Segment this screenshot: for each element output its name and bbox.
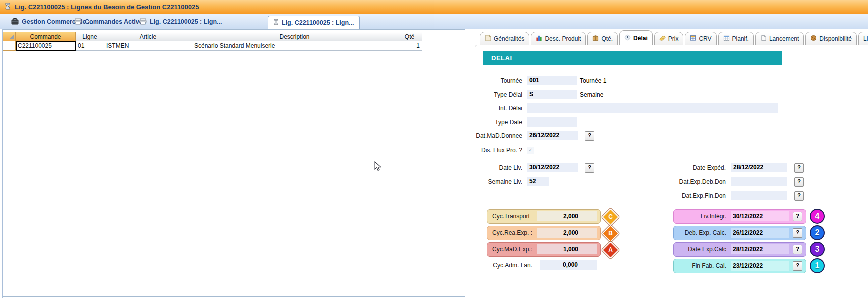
cycle-row-mad-exp: Cyc.MaD.Exp.: 1,000 A — [487, 242, 601, 257]
cycle-label: Cyc.MaD.Exp.: — [492, 243, 532, 256]
deb-exp-calc-value[interactable]: 26/12/2022 — [731, 228, 789, 238]
corner-triangle-icon — [9, 35, 14, 39]
semaine-liv-input[interactable]: 52 — [527, 177, 549, 186]
note-icon — [485, 35, 491, 43]
tab-qte[interactable]: Qté. — [587, 32, 618, 45]
tab-label: Commandes Actives — [85, 18, 146, 25]
tab-planif[interactable]: Planif. — [718, 32, 754, 45]
step-badge-1: 1 — [810, 258, 825, 273]
col-header-commande[interactable]: Commande — [16, 32, 76, 41]
cycle-transport-value[interactable]: 2,000 — [537, 211, 597, 221]
tab-label: Disponibilité — [819, 35, 852, 42]
tab-lig-inactive[interactable]: Lig. C221100025 : Lign... — [139, 14, 222, 29]
cycle-label: Cyc.Rea.Exp. : — [492, 226, 532, 239]
tab-desc-produit[interactable]: Desc. Produit — [531, 32, 586, 45]
type-date-input[interactable] — [527, 117, 577, 127]
box-icon — [592, 35, 599, 43]
date-exp-calc-value[interactable]: 28/12/2022 — [731, 244, 789, 254]
tab-crv[interactable]: CRV — [685, 32, 716, 45]
date-liv-input[interactable]: 30/12/2022 — [527, 163, 578, 172]
dis-flux-pro-checkbox[interactable]: ✓ — [527, 147, 534, 154]
tab-prix[interactable]: Prix — [654, 32, 684, 45]
cyc-adm-lan-input[interactable]: 0,000 — [540, 260, 597, 270]
cell-qte[interactable]: 1 — [397, 41, 422, 51]
help-button[interactable]: ? — [793, 212, 802, 221]
inf-delai-input[interactable] — [527, 103, 778, 113]
col-header-description[interactable]: Description — [192, 32, 397, 41]
tab-label: Généralités — [494, 35, 524, 42]
tab-lig-truncated[interactable]: Lig — [858, 32, 868, 45]
table-corner-selector[interactable] — [3, 32, 16, 41]
tab-delai[interactable]: Délai — [619, 30, 653, 45]
tab-label: Lig. C221100025 : Lign... — [282, 19, 354, 26]
cycle-rea-exp-value[interactable]: 2,000 — [537, 228, 597, 238]
help-button[interactable]: ? — [794, 191, 804, 201]
cell-commande[interactable]: C221100025 — [16, 41, 76, 51]
detail-panel: Généralités Desc. Produit Qté. Délai Pri… — [471, 29, 868, 298]
field-label: Type Délai — [471, 90, 522, 100]
tab-label: Lig — [863, 35, 868, 42]
help-button[interactable]: ? — [794, 177, 804, 187]
cycle-mad-exp-value[interactable]: 1,000 — [537, 244, 597, 254]
field-label: Cyc.Adm. Lan. — [471, 260, 532, 270]
briefcase-icon — [11, 18, 19, 26]
col-header-article[interactable]: Article — [104, 32, 192, 41]
tab-label: Lig. C221100025 : Lign... — [150, 18, 222, 25]
cycle-row-transport: Cyc.Transport 2,000 C — [487, 209, 601, 224]
clock-icon — [624, 34, 631, 42]
hourglass-icon — [273, 19, 279, 27]
field-row-type-date: Type Date — [471, 117, 868, 127]
calc-date-row-date-exp-calc: Date Exp.Calc 28/12/2022 ? 3 — [673, 242, 806, 257]
table-row[interactable]: C221100025 01 ISTMEN Scénario Standard M… — [3, 41, 423, 51]
cell-article[interactable]: ISTMEN — [104, 41, 192, 51]
help-button[interactable]: ? — [794, 163, 804, 173]
printer-icon — [74, 18, 82, 26]
field-label: Dat.Exp.Fin.Don — [621, 191, 726, 201]
type-delai-description: Semaine — [580, 90, 603, 100]
tab-label: Lancement — [769, 35, 799, 42]
cell-ligne[interactable]: 01 — [76, 41, 104, 51]
hourglass-icon — [5, 3, 11, 11]
field-row-dis-flux-pro: Dis. Flux Pro. ? ✓ — [471, 145, 868, 155]
calendar-icon — [723, 35, 730, 43]
tab-generalites[interactable]: Généralités — [480, 32, 529, 45]
step-badge-3: 3 — [810, 242, 825, 257]
tournee-input[interactable]: 001 — [527, 76, 577, 85]
col-header-ligne[interactable]: Ligne — [76, 32, 104, 41]
detail-tabstrip: Généralités Desc. Produit Qté. Délai Pri… — [480, 30, 868, 45]
dat-mad-donnee-input[interactable]: 26/12/2022 — [527, 131, 578, 140]
help-button[interactable]: ? — [793, 245, 802, 254]
field-row-cyc-adm-lan: Cyc.Adm. Lan. 0,000 — [471, 260, 868, 270]
field-row-dat-mad-donnee: Dat.MaD.Donnee 26/12/2022 ? — [471, 131, 868, 141]
dat-exp-deb-don-input[interactable] — [731, 177, 787, 186]
field-label: Date Liv. — [471, 163, 522, 173]
dat-exp-fin-don-input[interactable] — [731, 191, 787, 200]
step-badge-4: 4 — [810, 209, 825, 224]
help-button[interactable]: ? — [585, 163, 594, 173]
help-button[interactable]: ? — [793, 228, 802, 238]
tab-commandes-actives[interactable]: Commandes Actives — [74, 14, 146, 29]
fin-fab-cal-value[interactable]: 23/12/2022 — [731, 261, 789, 271]
tab-label: CRV — [699, 35, 711, 42]
field-label: Dat.Exp.Deb.Don — [621, 177, 726, 187]
tab-label: Prix — [668, 35, 679, 42]
help-button[interactable]: ? — [793, 261, 802, 271]
type-delai-input[interactable]: S — [527, 90, 577, 99]
cookie-icon — [810, 35, 817, 43]
field-row-inf-delai: Inf. Délai — [471, 103, 868, 113]
calc-date-label: Fin Fab. Cal. — [674, 259, 726, 272]
cell-description[interactable]: Scénario Standard Menuiserie — [192, 41, 397, 51]
liv-integr-value[interactable]: 30/12/2022 — [731, 211, 789, 221]
calc-date-label: Liv.Intégr. — [674, 210, 726, 223]
field-label: Inf. Délai — [471, 103, 522, 113]
row-selector[interactable] — [3, 41, 16, 51]
tab-disponibilite[interactable]: Disponibilité — [805, 32, 857, 45]
tab-lig-active[interactable]: Lig. C221100025 : Lign... — [268, 16, 360, 29]
tab-lancement[interactable]: Lancement — [755, 32, 804, 45]
cycle-label: Cyc.Transport — [492, 210, 530, 223]
field-row-type-delai: Type Délai S Semaine — [471, 90, 868, 100]
main-area: Commande Ligne Article Description Qté C… — [0, 29, 868, 298]
col-header-qte[interactable]: Qté — [397, 32, 422, 41]
date-exped-input[interactable]: 28/12/2022 — [731, 163, 787, 172]
help-button[interactable]: ? — [585, 131, 594, 141]
